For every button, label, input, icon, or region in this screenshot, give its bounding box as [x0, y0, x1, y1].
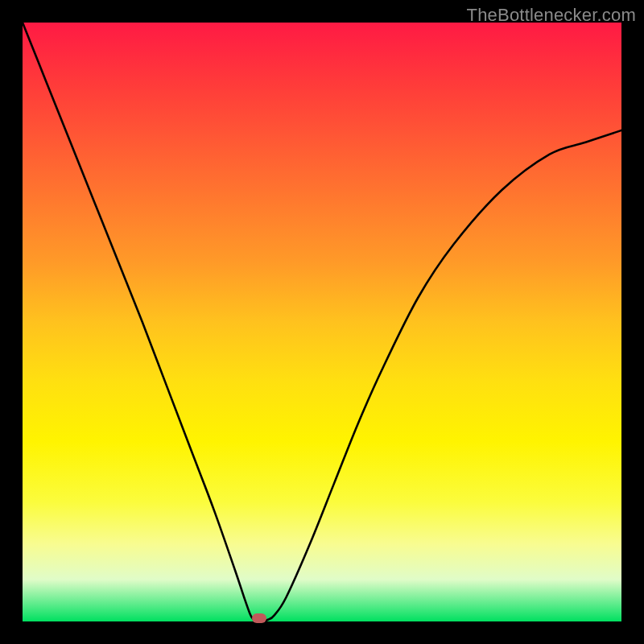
optimal-point-marker	[252, 613, 266, 623]
curve-svg	[23, 23, 621, 621]
plot-area	[23, 23, 621, 621]
chart-frame: TheBottlenecker.com	[0, 0, 644, 644]
watermark-text: TheBottlenecker.com	[467, 5, 636, 26]
bottleneck-curve	[23, 23, 621, 621]
